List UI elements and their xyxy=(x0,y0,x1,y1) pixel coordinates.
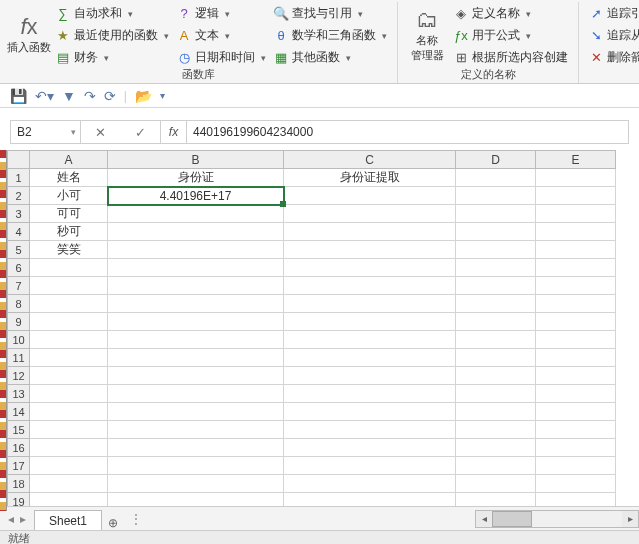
cell-A8[interactable] xyxy=(30,295,108,313)
trace-dependents-button[interactable]: ➘追踪从 xyxy=(589,26,639,46)
row-header-9[interactable]: 9 xyxy=(8,313,30,331)
cell-A13[interactable] xyxy=(30,385,108,403)
enter-icon[interactable]: ✓ xyxy=(135,125,146,140)
cell-A7[interactable] xyxy=(30,277,108,295)
cell-D17[interactable] xyxy=(456,457,536,475)
cell-A17[interactable] xyxy=(30,457,108,475)
row-header-18[interactable]: 18 xyxy=(8,475,30,493)
cell-B1[interactable]: 身份证 xyxy=(108,169,284,187)
cell-D18[interactable] xyxy=(456,475,536,493)
cell-B5[interactable] xyxy=(108,241,284,259)
cell-E15[interactable] xyxy=(536,421,616,439)
cell-D7[interactable] xyxy=(456,277,536,295)
scroll-left-icon[interactable]: ◂ xyxy=(476,513,492,524)
row-header-2[interactable]: 2 xyxy=(8,187,30,205)
row-header-13[interactable]: 13 xyxy=(8,385,30,403)
cell-B8[interactable] xyxy=(108,295,284,313)
cell-D12[interactable] xyxy=(456,367,536,385)
name-manager-button[interactable]: 🗂 名称 管理器 xyxy=(404,2,450,69)
cell-D15[interactable] xyxy=(456,421,536,439)
cell-A12[interactable] xyxy=(30,367,108,385)
cell-A10[interactable] xyxy=(30,331,108,349)
insert-function-button[interactable]: fx 插入函数 xyxy=(6,2,52,69)
cell-A3[interactable]: 可可 xyxy=(30,205,108,223)
cell-D5[interactable] xyxy=(456,241,536,259)
math-trig-button[interactable]: θ数学和三角函数 xyxy=(274,26,387,46)
remove-arrows-button[interactable]: ✕删除箭 xyxy=(589,48,639,68)
cell-B16[interactable] xyxy=(108,439,284,457)
row-header-15[interactable]: 15 xyxy=(8,421,30,439)
datetime-button[interactable]: ◷日期和时间 xyxy=(177,48,266,68)
cell-E5[interactable] xyxy=(536,241,616,259)
scroll-track[interactable] xyxy=(492,511,622,527)
cell-C12[interactable] xyxy=(284,367,456,385)
cell-B6[interactable] xyxy=(108,259,284,277)
formula-input[interactable]: 440196199604234000 xyxy=(187,121,628,143)
cell-E7[interactable] xyxy=(536,277,616,295)
cell-A18[interactable] xyxy=(30,475,108,493)
cell-E4[interactable] xyxy=(536,223,616,241)
cell-B11[interactable] xyxy=(108,349,284,367)
undo-icon[interactable]: ↶▾ xyxy=(35,88,54,104)
cell-E13[interactable] xyxy=(536,385,616,403)
cell-E18[interactable] xyxy=(536,475,616,493)
cell-B13[interactable] xyxy=(108,385,284,403)
fx-label-icon[interactable]: fx xyxy=(161,121,187,143)
scroll-thumb[interactable] xyxy=(492,511,532,527)
cell-C6[interactable] xyxy=(284,259,456,277)
row-header-7[interactable]: 7 xyxy=(8,277,30,295)
cell-E9[interactable] xyxy=(536,313,616,331)
cell-C1[interactable]: 身份证提取 xyxy=(284,169,456,187)
cell-C15[interactable] xyxy=(284,421,456,439)
sheet-tab-active[interactable]: Sheet1 xyxy=(34,510,102,531)
add-sheet-button[interactable]: ⊕ xyxy=(102,516,124,530)
cell-D3[interactable] xyxy=(456,205,536,223)
cell-B15[interactable] xyxy=(108,421,284,439)
open-folder-icon[interactable]: 📂 xyxy=(135,88,152,104)
cell-B3[interactable] xyxy=(108,205,284,223)
cell-A15[interactable] xyxy=(30,421,108,439)
cell-A1[interactable]: 姓名 xyxy=(30,169,108,187)
cell-A14[interactable] xyxy=(30,403,108,421)
cell-A4[interactable]: 秒可 xyxy=(30,223,108,241)
cell-D4[interactable] xyxy=(456,223,536,241)
cell-D10[interactable] xyxy=(456,331,536,349)
row-header-12[interactable]: 12 xyxy=(8,367,30,385)
cell-C17[interactable] xyxy=(284,457,456,475)
select-all-corner[interactable] xyxy=(8,151,30,169)
cell-C7[interactable] xyxy=(284,277,456,295)
cell-C2[interactable] xyxy=(284,187,456,205)
cell-A11[interactable] xyxy=(30,349,108,367)
name-box[interactable]: B2 xyxy=(11,121,81,143)
cell-E3[interactable] xyxy=(536,205,616,223)
redo-icon[interactable]: ↷ xyxy=(84,88,96,104)
create-from-selection-button[interactable]: ⊞根据所选内容创建 xyxy=(454,48,568,68)
other-functions-button[interactable]: ▦其他函数 xyxy=(274,48,387,68)
row-header-17[interactable]: 17 xyxy=(8,457,30,475)
cell-E14[interactable] xyxy=(536,403,616,421)
cell-E2[interactable] xyxy=(536,187,616,205)
cell-E16[interactable] xyxy=(536,439,616,457)
tab-nav-prev-icon[interactable]: ◂ xyxy=(8,512,14,526)
cell-E10[interactable] xyxy=(536,331,616,349)
cell-E6[interactable] xyxy=(536,259,616,277)
cell-E12[interactable] xyxy=(536,367,616,385)
scroll-right-icon[interactable]: ▸ xyxy=(622,513,638,524)
cell-A2[interactable]: 小可 xyxy=(30,187,108,205)
col-header-C[interactable]: C xyxy=(284,151,456,169)
cell-C10[interactable] xyxy=(284,331,456,349)
cell-E8[interactable] xyxy=(536,295,616,313)
autosum-button[interactable]: ∑自动求和 xyxy=(56,4,169,24)
row-header-14[interactable]: 14 xyxy=(8,403,30,421)
cell-C14[interactable] xyxy=(284,403,456,421)
recently-used-button[interactable]: ★最近使用的函数 xyxy=(56,26,169,46)
cell-A5[interactable]: 笑笑 xyxy=(30,241,108,259)
row-header-1[interactable]: 1 xyxy=(8,169,30,187)
tab-nav-next-icon[interactable]: ▸ xyxy=(20,512,26,526)
cell-D8[interactable] xyxy=(456,295,536,313)
trace-precedents-button[interactable]: ➚追踪引 xyxy=(589,4,639,24)
cell-C9[interactable] xyxy=(284,313,456,331)
row-header-3[interactable]: 3 xyxy=(8,205,30,223)
logical-button[interactable]: ?逻辑 xyxy=(177,4,266,24)
cell-B17[interactable] xyxy=(108,457,284,475)
